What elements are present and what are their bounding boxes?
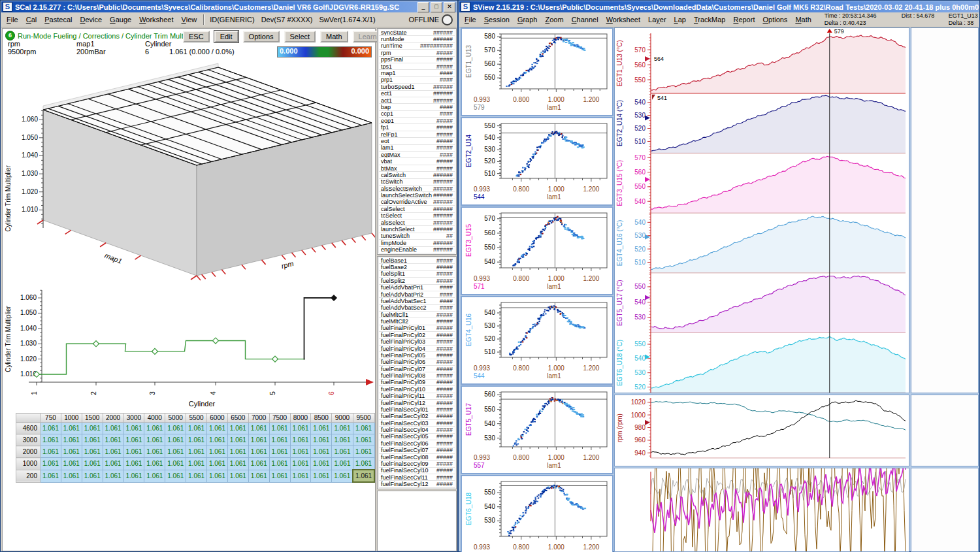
cell-3000-1000[interactable]: 1.061 [61,434,82,446]
cell-2000-8500[interactable]: 1.061 [311,446,332,458]
minimize-button[interactable]: _ [417,2,429,12]
menu-file[interactable]: File [3,14,22,25]
menu-view[interactable]: View [178,14,201,25]
cell-3000-6000[interactable]: 1.061 [207,434,228,446]
cell-4600-9000[interactable]: 1.061 [332,423,353,434]
cell-4600-2000[interactable]: 1.061 [103,423,123,434]
col-header-9500[interactable]: 9500 [353,414,374,423]
cell-2000-1500[interactable]: 1.061 [82,446,103,458]
cell-1000-6500[interactable]: 1.061 [227,458,248,470]
edit-button[interactable]: Edit [214,31,238,42]
cell-200-8000[interactable]: 1.061 [290,470,311,482]
cell-1000-8500[interactable]: 1.061 [311,458,332,470]
menu-device[interactable]: Device [76,14,106,25]
menu-graph[interactable]: Graph [514,14,542,25]
cell-3000-4000[interactable]: 1.061 [144,434,165,446]
cell-3000-1500[interactable]: 1.061 [82,434,103,446]
cell-200-5000[interactable]: 1.061 [165,470,186,482]
cell-3000-3000[interactable]: 1.061 [123,434,144,446]
cell-2000-9500[interactable]: 1.061 [353,446,374,458]
cell-3000-750[interactable]: 1.061 [41,434,61,446]
row-header-4600[interactable]: 4600 [16,423,41,434]
cell-2000-8000[interactable]: 1.061 [290,446,311,458]
cell-200-4000[interactable]: 1.061 [144,470,165,482]
cell-2000-4000[interactable]: 1.061 [144,446,165,458]
cell-3000-5000[interactable]: 1.061 [165,434,186,446]
cell-4600-7000[interactable]: 1.061 [248,423,269,434]
cell-3000-7500[interactable]: 1.061 [269,434,290,446]
menu-trackmap[interactable]: TrackMap [690,14,730,25]
esc-button[interactable]: ESC [183,31,210,42]
row-header-1000[interactable]: 1000 [16,458,41,470]
row-header-2000[interactable]: 2000 [16,446,41,458]
scal-titlebar[interactable]: S SCal 2.15.277 : C:\Users\Public\Docume… [1,1,457,12]
col-header-5500[interactable]: 5500 [186,414,207,423]
cell-3000-6500[interactable]: 1.061 [227,434,248,446]
cell-2000-7500[interactable]: 1.061 [269,446,290,458]
cell-3000-8000[interactable]: 1.061 [290,434,311,446]
menu-channel[interactable]: Channel [568,14,602,25]
col-header-750[interactable]: 750 [41,414,61,423]
cell-2000-6000[interactable]: 1.061 [207,446,228,458]
cell-3000-8500[interactable]: 1.061 [311,434,332,446]
cell-1000-3000[interactable]: 1.061 [123,458,144,470]
row-header-200[interactable]: 200 [16,470,41,482]
col-header-1000[interactable]: 1000 [61,414,82,423]
menu-gauge[interactable]: Gauge [106,14,135,25]
cell-2000-3000[interactable]: 1.061 [123,446,144,458]
close-button[interactable]: ✕ [444,2,455,12]
col-header-5000[interactable]: 5000 [165,414,186,423]
cell-3000-7000[interactable]: 1.061 [248,434,269,446]
cell-200-9500[interactable]: 1.061 [353,470,374,482]
cell-200-7000[interactable]: 1.061 [248,470,269,482]
menu-layer[interactable]: Layer [644,14,670,25]
cell-200-6500[interactable]: 1.061 [227,470,248,482]
sview-titlebar[interactable]: S SView 2.15.219 : C:\Users\Public\Docum… [459,1,979,12]
menu-cal[interactable]: Cal [22,14,41,25]
cell-2000-750[interactable]: 1.061 [41,446,61,458]
cell-4600-6500[interactable]: 1.061 [227,423,248,434]
cell-2000-6500[interactable]: 1.061 [227,446,248,458]
menu-zoom[interactable]: Zoom [541,14,567,25]
menu-session[interactable]: Session [480,14,514,25]
cell-3000-5500[interactable]: 1.061 [186,434,207,446]
cell-200-5500[interactable]: 1.061 [186,470,207,482]
cell-1000-1500[interactable]: 1.061 [82,458,103,470]
cell-2000-1000[interactable]: 1.061 [61,446,82,458]
col-header-1500[interactable]: 1500 [82,414,103,423]
cell-1000-9000[interactable]: 1.061 [332,458,353,470]
col-header-8500[interactable]: 8500 [311,414,332,423]
cell-4600-7500[interactable]: 1.061 [269,423,290,434]
cell-2000-5500[interactable]: 1.061 [186,446,207,458]
col-header-3000[interactable]: 3000 [123,414,144,423]
cell-200-7500[interactable]: 1.061 [269,470,290,482]
cell-200-3000[interactable]: 1.061 [123,470,144,482]
select-button[interactable]: Select [284,31,316,42]
cell-200-8500[interactable]: 1.061 [311,470,332,482]
col-header-2000[interactable]: 2000 [103,414,123,423]
cell-200-2000[interactable]: 1.061 [103,470,123,482]
cell-1000-1000[interactable]: 1.061 [61,458,82,470]
cell-200-6000[interactable]: 1.061 [207,470,228,482]
cell-1000-9500[interactable]: 1.061 [353,458,374,470]
cell-200-750[interactable]: 1.061 [41,470,61,482]
menu-pastecal[interactable]: Pastecal [41,14,76,25]
cell-1000-8000[interactable]: 1.061 [290,458,311,470]
col-header-8000[interactable]: 8000 [290,414,311,423]
menu-lap[interactable]: Lap [670,14,690,25]
cell-4600-6000[interactable]: 1.061 [207,423,228,434]
maximize-button[interactable]: □ [431,2,442,12]
cell-1000-7500[interactable]: 1.061 [269,458,290,470]
menu-options[interactable]: Options [759,14,791,25]
menu-report[interactable]: Report [729,14,759,25]
cell-2000-2000[interactable]: 1.061 [103,446,123,458]
cell-2000-5000[interactable]: 1.061 [165,446,186,458]
cell-4600-1000[interactable]: 1.061 [61,423,82,434]
cell-1000-5000[interactable]: 1.061 [165,458,186,470]
cell-1000-6000[interactable]: 1.061 [207,458,228,470]
math-button[interactable]: Math [320,31,348,42]
cell-4600-8000[interactable]: 1.061 [290,423,311,434]
col-header-4000[interactable]: 4000 [144,414,165,423]
cell-200-1500[interactable]: 1.061 [82,470,103,482]
cell-1000-4000[interactable]: 1.061 [144,458,165,470]
